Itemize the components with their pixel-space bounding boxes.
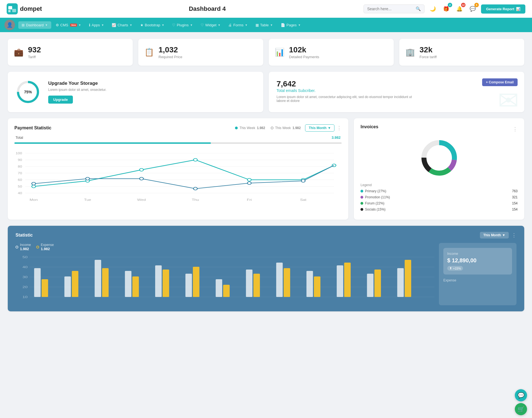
nav-item-charts[interactable]: 📈 Charts ▼: [108, 21, 135, 29]
svg-rect-65: [185, 274, 192, 297]
svg-rect-1: [8, 6, 12, 9]
legend-label-2: This Week: [275, 126, 291, 130]
expense-section-label: Expense: [443, 278, 512, 282]
nav-item-table[interactable]: ▦ Table ▼: [252, 21, 276, 29]
svg-rect-73: [306, 271, 313, 297]
storage-info: Upgrade Your Storage Lorem ipsum dolor s…: [48, 81, 106, 104]
nav-dashboard-label: Dashboard: [26, 23, 44, 27]
nav-item-forms[interactable]: 🖨 Forms ▼: [225, 21, 251, 29]
bootstrap-arrow-icon: ▼: [162, 24, 164, 27]
income-amount: $ 12,890,00: [447, 257, 508, 264]
svg-text:40: 40: [22, 266, 28, 269]
nav-item-dashboard[interactable]: ⊞ Dashboard ▼: [18, 21, 51, 29]
svg-rect-61: [125, 271, 132, 297]
svg-text:Wed: Wed: [137, 198, 146, 201]
chat-badge: 5: [474, 3, 479, 7]
statistic-this-month-button[interactable]: This Month ▼: [480, 232, 509, 239]
bar-chart-container: Income 1.982 Expense 1.982: [16, 243, 516, 305]
legend-label-1: This Week: [239, 126, 255, 130]
search-input[interactable]: [367, 7, 413, 11]
forms-icon: 🖨: [228, 23, 232, 27]
progress-fill: [14, 142, 211, 144]
generate-report-button[interactable]: Generate Report 📊: [481, 4, 525, 14]
nav-widget-label: Widget: [205, 23, 216, 27]
pages-icon: 📄: [281, 23, 285, 27]
svg-point-24: [247, 178, 251, 181]
svg-rect-74: [314, 276, 321, 297]
bar-chart-income-legend: Income 1.982 Expense 1.982: [16, 243, 434, 251]
nav-item-plugins[interactable]: ♡ Plugins ▼: [169, 21, 196, 29]
chat-btn[interactable]: 💬 5: [468, 4, 478, 14]
svg-rect-66: [193, 267, 200, 297]
forum-dot: [360, 202, 363, 205]
storage-percent: 75%: [24, 90, 32, 94]
nav-avatar: 👤: [4, 20, 15, 30]
header: dompet Dashboard 4 🔍 🌙 🎁 2 🔔 12 💬 5 Gene…: [0, 0, 532, 18]
svg-rect-76: [344, 263, 351, 297]
force-tariff-value: 32k: [420, 45, 437, 54]
legend-value-2: 1.982: [292, 126, 301, 130]
nav-item-cms[interactable]: ⚙ CMS New ▼: [52, 21, 85, 29]
table-icon: ▦: [255, 23, 259, 27]
statistic-header: Statistic This Month ▼ ⋮: [16, 232, 516, 239]
svg-rect-71: [276, 263, 283, 297]
legend-item-2: This Week 1.982: [271, 126, 301, 130]
svg-rect-80: [405, 260, 411, 297]
bell-btn[interactable]: 🔔 12: [454, 4, 464, 14]
nav-item-bootstrap[interactable]: ★ Bootstrap ▼: [137, 21, 168, 29]
search-box[interactable]: 🔍: [364, 4, 424, 13]
moon-toggle[interactable]: 🌙: [428, 4, 438, 14]
nav-charts-label: Charts: [117, 23, 128, 27]
gift-btn[interactable]: 🎁 2: [441, 4, 451, 14]
email-description: Lorem ipsum dolor sit amet, consectetur …: [277, 95, 415, 103]
detailed-payments-info: 102k Detailed Payments: [289, 45, 319, 59]
svg-text:Mon: Mon: [30, 198, 38, 201]
bar-chart-svg: 50 40 30 20 10: [16, 254, 434, 304]
expense-legend-item: Expense 1.982: [36, 243, 54, 251]
charts-icon: 📈: [112, 23, 116, 27]
payment-chart-title: Payment Statistic: [14, 125, 235, 130]
this-month-button[interactable]: This Month ▼: [305, 124, 334, 132]
svg-text:50: 50: [18, 185, 22, 188]
plugins-icon: ♡: [172, 23, 175, 27]
cms-arrow-icon: ▼: [78, 24, 81, 27]
svg-rect-77: [367, 274, 374, 297]
dashboard-arrow-icon: ▼: [45, 24, 48, 27]
tariff-icon: 💼: [14, 48, 24, 57]
invoices-menu[interactable]: ⋮: [513, 126, 518, 132]
income-badge-text: +15%: [453, 267, 461, 270]
stat-card-detailed-payments: 📊 102k Detailed Payments: [269, 39, 394, 66]
legend-dot-2: [271, 127, 273, 129]
svg-point-30: [193, 187, 197, 190]
forum-value: 154: [512, 201, 518, 205]
nav-plugins-label: Plugins: [177, 23, 189, 27]
payment-chart-menu[interactable]: ⋮: [337, 125, 342, 131]
statistic-menu[interactable]: ⋮: [511, 232, 516, 238]
svg-point-27: [32, 182, 36, 185]
charts-arrow-icon: ▼: [130, 24, 132, 27]
svg-rect-67: [216, 279, 222, 297]
bar-chart-side: Income $ 12,890,00 ⬆ +15% Expense: [439, 243, 516, 305]
invoices-legend: Legend Primary (27%) 763 Promotion (11%)…: [360, 183, 518, 211]
payment-chart-legend: This Week 1.982 This Week 1.982: [235, 126, 301, 130]
stat-cards-row: 💼 932 Tariff 📋 1,032 Required Price 📊 10…: [8, 39, 524, 66]
expense-legend-label: Expense: [41, 243, 54, 247]
nav-item-pages[interactable]: 📄 Pages ▼: [277, 21, 304, 29]
compose-email-button[interactable]: + Compose Email: [482, 78, 518, 86]
nav-bootstrap-label: Bootstrap: [145, 23, 160, 27]
svg-text:Thu: Thu: [192, 198, 199, 201]
svg-point-23: [193, 158, 197, 161]
upgrade-button[interactable]: Upgrade: [48, 96, 73, 104]
nav-pages-label: Pages: [287, 23, 297, 27]
income-legend-label: Income: [20, 243, 31, 247]
nav-item-widget[interactable]: ♡ Widget ▼: [197, 21, 224, 29]
apps-info-icon: ℹ: [89, 23, 90, 27]
payment-chart-header: Payment Statistic This Week 1.982 This W…: [14, 124, 342, 132]
inv-legend-promotion: Promotion (11%) 321: [360, 195, 518, 199]
primary-value: 763: [512, 189, 518, 193]
svg-point-32: [301, 179, 305, 182]
inv-legend-promotion-left: Promotion (11%): [360, 195, 390, 199]
nav-item-apps[interactable]: ℹ Apps ▼: [86, 21, 108, 29]
statistic-this-month-label: This Month: [483, 233, 501, 237]
nav-cms-label: CMS: [60, 23, 68, 27]
